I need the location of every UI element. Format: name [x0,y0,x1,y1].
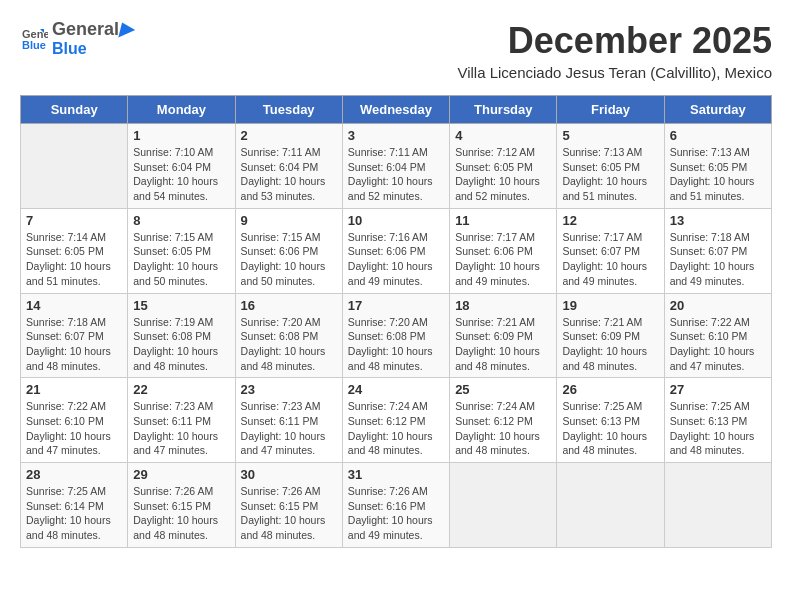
day-number: 22 [133,382,229,397]
day-number: 8 [133,213,229,228]
calendar-cell-w1d5: 12Sunrise: 7:17 AMSunset: 6:07 PMDayligh… [557,208,664,293]
calendar-cell-w2d6: 20Sunrise: 7:22 AMSunset: 6:10 PMDayligh… [664,293,771,378]
svg-text:Blue: Blue [22,39,46,51]
calendar-cell-w2d5: 19Sunrise: 7:21 AMSunset: 6:09 PMDayligh… [557,293,664,378]
calendar-cell-w0d6: 6Sunrise: 7:13 AMSunset: 6:05 PMDaylight… [664,124,771,209]
day-info: Sunrise: 7:22 AMSunset: 6:10 PMDaylight:… [670,315,766,374]
calendar-cell-w3d6: 27Sunrise: 7:25 AMSunset: 6:13 PMDayligh… [664,378,771,463]
day-info: Sunrise: 7:26 AMSunset: 6:15 PMDaylight:… [133,484,229,543]
day-info: Sunrise: 7:25 AMSunset: 6:14 PMDaylight:… [26,484,122,543]
calendar-cell-w0d3: 3Sunrise: 7:11 AMSunset: 6:04 PMDaylight… [342,124,449,209]
day-number: 27 [670,382,766,397]
day-info: Sunrise: 7:25 AMSunset: 6:13 PMDaylight:… [562,399,658,458]
day-info: Sunrise: 7:23 AMSunset: 6:11 PMDaylight:… [241,399,337,458]
day-info: Sunrise: 7:25 AMSunset: 6:13 PMDaylight:… [670,399,766,458]
day-info: Sunrise: 7:21 AMSunset: 6:09 PMDaylight:… [455,315,551,374]
day-number: 2 [241,128,337,143]
day-number: 25 [455,382,551,397]
day-info: Sunrise: 7:15 AMSunset: 6:06 PMDaylight:… [241,230,337,289]
calendar-cell-w2d0: 14Sunrise: 7:18 AMSunset: 6:07 PMDayligh… [21,293,128,378]
calendar-cell-w3d5: 26Sunrise: 7:25 AMSunset: 6:13 PMDayligh… [557,378,664,463]
day-number: 9 [241,213,337,228]
dow-header-thursday: Thursday [450,96,557,124]
calendar-cell-w2d2: 16Sunrise: 7:20 AMSunset: 6:08 PMDayligh… [235,293,342,378]
day-info: Sunrise: 7:10 AMSunset: 6:04 PMDaylight:… [133,145,229,204]
day-info: Sunrise: 7:17 AMSunset: 6:06 PMDaylight:… [455,230,551,289]
day-info: Sunrise: 7:13 AMSunset: 6:05 PMDaylight:… [670,145,766,204]
day-number: 24 [348,382,444,397]
calendar-cell-w0d4: 4Sunrise: 7:12 AMSunset: 6:05 PMDaylight… [450,124,557,209]
day-number: 23 [241,382,337,397]
day-info: Sunrise: 7:20 AMSunset: 6:08 PMDaylight:… [348,315,444,374]
day-info: Sunrise: 7:24 AMSunset: 6:12 PMDaylight:… [455,399,551,458]
calendar-cell-w3d4: 25Sunrise: 7:24 AMSunset: 6:12 PMDayligh… [450,378,557,463]
day-number: 18 [455,298,551,313]
day-info: Sunrise: 7:15 AMSunset: 6:05 PMDaylight:… [133,230,229,289]
day-info: Sunrise: 7:14 AMSunset: 6:05 PMDaylight:… [26,230,122,289]
calendar-cell-w1d4: 11Sunrise: 7:17 AMSunset: 6:06 PMDayligh… [450,208,557,293]
day-info: Sunrise: 7:24 AMSunset: 6:12 PMDaylight:… [348,399,444,458]
dow-header-monday: Monday [128,96,235,124]
calendar-cell-w1d3: 10Sunrise: 7:16 AMSunset: 6:06 PMDayligh… [342,208,449,293]
calendar-table: SundayMondayTuesdayWednesdayThursdayFrid… [20,95,772,548]
dow-header-saturday: Saturday [664,96,771,124]
day-info: Sunrise: 7:12 AMSunset: 6:05 PMDaylight:… [455,145,551,204]
subtitle: Villa Licenciado Jesus Teran (Calvillito… [457,64,772,81]
calendar-cell-w1d6: 13Sunrise: 7:18 AMSunset: 6:07 PMDayligh… [664,208,771,293]
day-info: Sunrise: 7:13 AMSunset: 6:05 PMDaylight:… [562,145,658,204]
calendar-cell-w1d1: 8Sunrise: 7:15 AMSunset: 6:05 PMDaylight… [128,208,235,293]
day-info: Sunrise: 7:19 AMSunset: 6:08 PMDaylight:… [133,315,229,374]
day-number: 21 [26,382,122,397]
calendar-cell-w1d0: 7Sunrise: 7:14 AMSunset: 6:05 PMDaylight… [21,208,128,293]
day-number: 13 [670,213,766,228]
day-info: Sunrise: 7:26 AMSunset: 6:16 PMDaylight:… [348,484,444,543]
day-number: 20 [670,298,766,313]
calendar-cell-w0d2: 2Sunrise: 7:11 AMSunset: 6:04 PMDaylight… [235,124,342,209]
day-info: Sunrise: 7:20 AMSunset: 6:08 PMDaylight:… [241,315,337,374]
calendar-cell-w4d1: 29Sunrise: 7:26 AMSunset: 6:15 PMDayligh… [128,463,235,548]
calendar-cell-w2d3: 17Sunrise: 7:20 AMSunset: 6:08 PMDayligh… [342,293,449,378]
day-number: 3 [348,128,444,143]
day-number: 7 [26,213,122,228]
day-number: 17 [348,298,444,313]
day-number: 26 [562,382,658,397]
calendar-cell-w2d1: 15Sunrise: 7:19 AMSunset: 6:08 PMDayligh… [128,293,235,378]
calendar-cell-w4d5 [557,463,664,548]
dow-header-tuesday: Tuesday [235,96,342,124]
calendar-cell-w3d2: 23Sunrise: 7:23 AMSunset: 6:11 PMDayligh… [235,378,342,463]
dow-header-friday: Friday [557,96,664,124]
day-number: 29 [133,467,229,482]
calendar-cell-w0d0 [21,124,128,209]
day-number: 16 [241,298,337,313]
calendar-cell-w4d2: 30Sunrise: 7:26 AMSunset: 6:15 PMDayligh… [235,463,342,548]
calendar-cell-w0d1: 1Sunrise: 7:10 AMSunset: 6:04 PMDaylight… [128,124,235,209]
day-number: 30 [241,467,337,482]
day-number: 4 [455,128,551,143]
day-info: Sunrise: 7:21 AMSunset: 6:09 PMDaylight:… [562,315,658,374]
day-number: 28 [26,467,122,482]
day-info: Sunrise: 7:18 AMSunset: 6:07 PMDaylight:… [26,315,122,374]
calendar-cell-w4d0: 28Sunrise: 7:25 AMSunset: 6:14 PMDayligh… [21,463,128,548]
day-info: Sunrise: 7:22 AMSunset: 6:10 PMDaylight:… [26,399,122,458]
day-info: Sunrise: 7:16 AMSunset: 6:06 PMDaylight:… [348,230,444,289]
calendar-cell-w0d5: 5Sunrise: 7:13 AMSunset: 6:05 PMDaylight… [557,124,664,209]
day-info: Sunrise: 7:11 AMSunset: 6:04 PMDaylight:… [241,145,337,204]
calendar-cell-w4d6 [664,463,771,548]
day-number: 1 [133,128,229,143]
day-number: 31 [348,467,444,482]
day-number: 15 [133,298,229,313]
day-number: 14 [26,298,122,313]
day-number: 19 [562,298,658,313]
logo: General Blue General▶ Blue [20,20,133,57]
logo-icon: General Blue [20,25,48,53]
day-info: Sunrise: 7:11 AMSunset: 6:04 PMDaylight:… [348,145,444,204]
calendar-cell-w4d4 [450,463,557,548]
calendar-cell-w2d4: 18Sunrise: 7:21 AMSunset: 6:09 PMDayligh… [450,293,557,378]
calendar-cell-w3d0: 21Sunrise: 7:22 AMSunset: 6:10 PMDayligh… [21,378,128,463]
day-info: Sunrise: 7:17 AMSunset: 6:07 PMDaylight:… [562,230,658,289]
title-section: December 2025 Villa Licenciado Jesus Ter… [457,20,772,81]
month-title: December 2025 [457,20,772,62]
dow-header-wednesday: Wednesday [342,96,449,124]
day-number: 12 [562,213,658,228]
calendar-cell-w3d1: 22Sunrise: 7:23 AMSunset: 6:11 PMDayligh… [128,378,235,463]
